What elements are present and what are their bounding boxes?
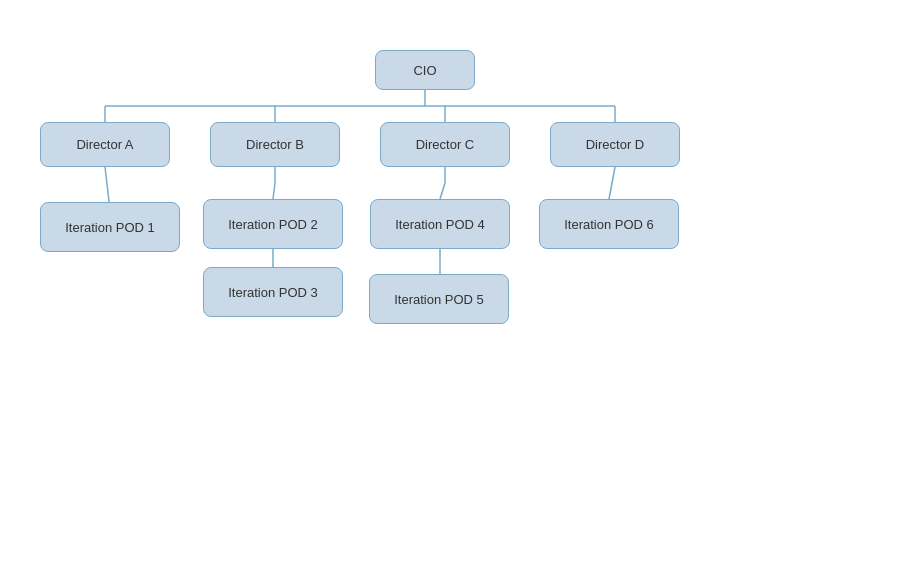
node-director-b: Director B	[210, 122, 340, 167]
svg-line-8	[273, 183, 275, 199]
node-cio-label: CIO	[413, 63, 436, 78]
org-chart: CIO Director A Director B Director C Dir…	[0, 0, 900, 580]
node-director-c: Director C	[380, 122, 510, 167]
node-pod4-label: Iteration POD 4	[395, 217, 485, 232]
node-director-d-label: Director D	[586, 137, 645, 152]
node-pod2: Iteration POD 2	[203, 199, 343, 249]
node-director-c-label: Director C	[416, 137, 475, 152]
node-director-b-label: Director B	[246, 137, 304, 152]
node-pod1: Iteration POD 1	[40, 202, 180, 252]
node-pod2-label: Iteration POD 2	[228, 217, 318, 232]
node-pod4: Iteration POD 4	[370, 199, 510, 249]
node-pod3-label: Iteration POD 3	[228, 285, 318, 300]
node-pod3: Iteration POD 3	[203, 267, 343, 317]
node-pod5-label: Iteration POD 5	[394, 292, 484, 307]
svg-line-13	[609, 167, 615, 199]
node-pod1-label: Iteration POD 1	[65, 220, 155, 235]
node-director-a: Director A	[40, 122, 170, 167]
node-director-a-label: Director A	[76, 137, 133, 152]
node-pod5: Iteration POD 5	[369, 274, 509, 324]
node-director-d: Director D	[550, 122, 680, 167]
node-pod6-label: Iteration POD 6	[564, 217, 654, 232]
svg-line-11	[440, 183, 445, 199]
node-cio: CIO	[375, 50, 475, 90]
node-pod6: Iteration POD 6	[539, 199, 679, 249]
